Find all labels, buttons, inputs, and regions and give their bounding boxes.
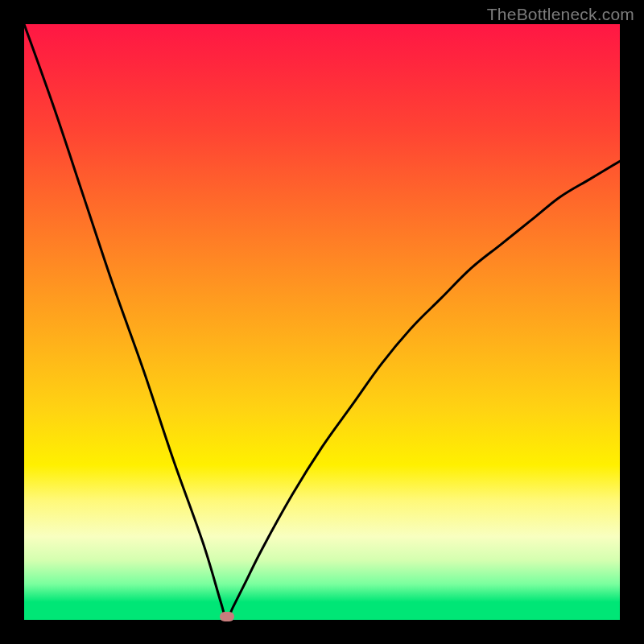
minimum-marker	[220, 612, 234, 621]
chart-frame: TheBottleneck.com	[0, 0, 644, 644]
plot-area	[24, 24, 620, 620]
watermark-text: TheBottleneck.com	[487, 5, 634, 24]
bottleneck-curve	[24, 24, 620, 620]
